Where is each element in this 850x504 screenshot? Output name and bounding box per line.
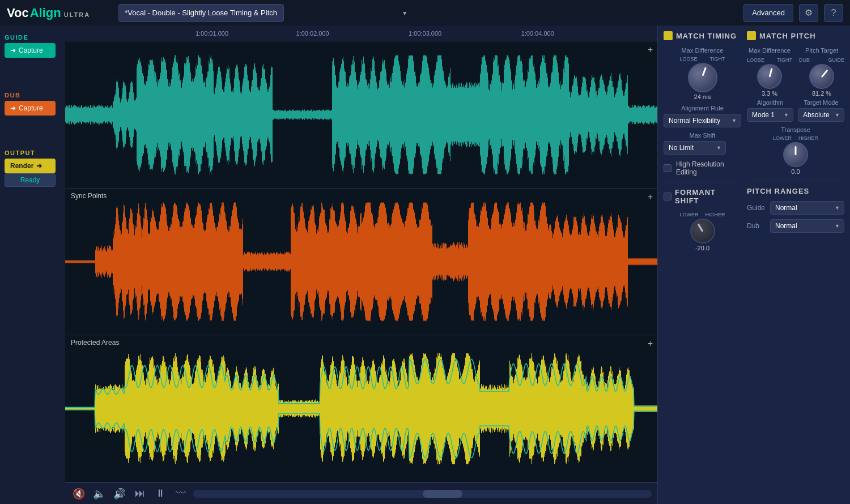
skip-forward-btn[interactable]: ⏭ (132, 486, 148, 502)
pitch-ranges-title: PITCH RANGES (747, 187, 844, 195)
logo-align: Align (30, 6, 61, 20)
guide-section: GUIDE ➜ Capture (5, 34, 61, 58)
mp-higher-label: HIGHER (798, 135, 818, 141)
dub-pitch-select[interactable]: Normal (770, 219, 844, 233)
guide-pitch-select[interactable]: Normal (770, 201, 844, 215)
waveform-area: 1:00:01.000 1:00:02.000 1:00:03.000 1:00… (65, 25, 657, 504)
guide-expand-btn[interactable]: + (648, 45, 653, 55)
scrollbar-area[interactable] (193, 490, 652, 498)
ruler-tick-2: 1:00:02.000 (296, 30, 329, 37)
output-expand-btn[interactable]: + (648, 339, 653, 349)
output-label: OUTPUT (5, 150, 61, 156)
formant-lower-label: LOWER (680, 212, 699, 217)
mp-loose-label: LOOSE (747, 57, 764, 63)
capture-arrow-icon: ➜ (10, 46, 16, 54)
output-track: Protected Areas + (65, 335, 657, 482)
guide-pitch-label: Guide (747, 204, 767, 212)
scrollbar-thumb[interactable] (423, 490, 462, 498)
header: VocAlign ULTRA *Vocal - Double - Slightl… (0, 0, 850, 25)
logo-voc: Voc (7, 6, 29, 20)
ruler-tick-3: 1:00:03.000 (409, 30, 441, 37)
formant-knob-row: LOWER HIGHER -20.0 (664, 212, 741, 251)
mp-transpose-labels: LOWER HIGHER (773, 135, 818, 141)
guide-pitch-range-row: Guide Normal (747, 201, 844, 215)
match-pitch-header: MATCH PITCH (747, 31, 844, 40)
mt-alignment-select[interactable]: Normal Flexibility (664, 114, 741, 127)
mt-knob-row: LOOSE TIGHT 24 ms (664, 56, 741, 100)
app-logo: VocAlign ULTRA (7, 6, 90, 20)
mt-max-shift-label: Max Shift (664, 132, 741, 139)
mp-target-mode-wrapper: Absolute (798, 108, 844, 122)
render-button[interactable]: Render ➜ (5, 159, 56, 173)
formant-knob[interactable] (690, 219, 715, 244)
mp-algorithm-wrapper: Mode 1 (747, 108, 793, 122)
mp-maxdiff-labels: LOOSE TIGHT (747, 57, 792, 63)
help-button[interactable]: ? (824, 4, 843, 22)
mt-alignment-wrapper: Normal Flexibility (664, 114, 741, 127)
guide-waveform-canvas (65, 41, 657, 188)
formant-shift-header: FORMANT SHIFT (664, 188, 741, 205)
mt-max-diff-label: Max Difference (664, 47, 741, 54)
pitch-ranges-section: PITCH RANGES Guide Normal Dub (747, 187, 844, 233)
mt-knob-side-labels: LOOSE TIGHT (680, 56, 725, 62)
mt-knob-value: 24 ms (694, 93, 711, 100)
guide-label: GUIDE (5, 34, 61, 41)
mp-guide-label: GUIDE (828, 57, 844, 63)
high-res-checkbox[interactable] (664, 164, 672, 172)
sync-points-label: Sync Points (71, 192, 107, 200)
mp-transpose-value: 0.0 (791, 168, 800, 175)
logo-ultra: ULTRA (64, 11, 90, 18)
formant-shift-section: FORMANT SHIFT LOWER HIGHER -20.0 (664, 188, 741, 251)
formant-knob-value: -20.0 (695, 245, 709, 251)
mp-maxdiff-knob[interactable] (757, 64, 782, 89)
mt-knob[interactable] (688, 63, 717, 92)
mp-transpose-knob-container: LOWER HIGHER 0.0 (773, 135, 818, 175)
pause-btn[interactable]: ⏸ (152, 486, 168, 502)
match-timing-checkbox[interactable] (664, 31, 673, 40)
mp-transpose-knob[interactable] (783, 142, 808, 167)
panel-sections: MATCH TIMING Max Difference LOOSE TIGHT … (664, 31, 844, 256)
mp-target-mode-label: Target Mode (798, 99, 844, 106)
mp-transpose-label: Transpose (747, 126, 844, 133)
mp-maxdiff-value: 3.3 % (762, 90, 777, 97)
mp-target-mode-select[interactable]: Absolute (798, 108, 844, 122)
mp-max-diff-label: Max Difference (749, 47, 790, 54)
match-timing-header: MATCH TIMING (664, 31, 741, 40)
mp-target-knob[interactable] (809, 64, 834, 89)
dub-pitch-wrapper: Normal (770, 219, 844, 233)
main-area: GUIDE ➜ Capture DUB ➜ Capture OUTPUT Ren… (0, 25, 850, 504)
mp-maxdiff-knob-container: Max Difference LOOSE TIGHT 3.3 % (747, 47, 792, 97)
high-res-label: High Resolution Editing (676, 160, 741, 176)
high-res-row: High Resolution Editing (664, 160, 741, 176)
formant-shift-checkbox[interactable] (664, 193, 672, 200)
mt-tight-label: TIGHT (710, 56, 725, 62)
mp-pitch-target-label: Pitch Target (805, 47, 838, 54)
advanced-button[interactable]: Advanced (743, 4, 793, 22)
mp-algorithm-select[interactable]: Mode 1 (747, 108, 793, 122)
dub-track: Sync Points + (65, 189, 657, 336)
match-pitch-checkbox[interactable] (747, 31, 756, 40)
match-pitch-title: MATCH PITCH (759, 32, 816, 40)
ruler-tick-1: 1:00:01.000 (196, 30, 228, 37)
mute-btn[interactable]: 🔇 (71, 486, 87, 502)
dub-expand-btn[interactable]: + (648, 192, 653, 202)
volume-high-btn[interactable]: 🔊 (112, 486, 128, 502)
capture-arrow-icon-dub: ➜ (10, 104, 16, 112)
volume-low-btn[interactable]: 🔈 (91, 486, 107, 502)
settings-button[interactable]: ⚙ (799, 4, 818, 22)
waveform-mode-btn[interactable]: 〰 (173, 486, 189, 502)
transport-bar: 🔇 🔈 🔊 ⏭ ⏸ 〰 (65, 482, 657, 504)
tracks-container: + Sync Points + Protected Areas + (65, 41, 657, 482)
dub-capture-button[interactable]: ➜ Capture (5, 101, 56, 116)
mp-target-knob-container: Pitch Target DUB GUIDE 81.2 % (799, 47, 844, 97)
preset-dropdown[interactable]: *Vocal - Double - Slightly Loose Timing … (118, 4, 284, 22)
guide-capture-button[interactable]: ➜ Capture (5, 43, 56, 58)
mp-target-value: 81.2 % (812, 90, 831, 97)
left-panel: GUIDE ➜ Capture DUB ➜ Capture OUTPUT Ren… (0, 25, 65, 504)
mt-knob-container: LOOSE TIGHT 24 ms (680, 56, 725, 100)
ruler-tick-4: 1:00:04.000 (521, 30, 554, 37)
mt-max-shift-select[interactable]: No Limit (664, 141, 726, 155)
mt-alignment-label: Alignment Rule (664, 105, 741, 112)
protected-areas-label: Protected Areas (71, 339, 119, 347)
mp-tight-label: TIGHT (777, 57, 792, 63)
